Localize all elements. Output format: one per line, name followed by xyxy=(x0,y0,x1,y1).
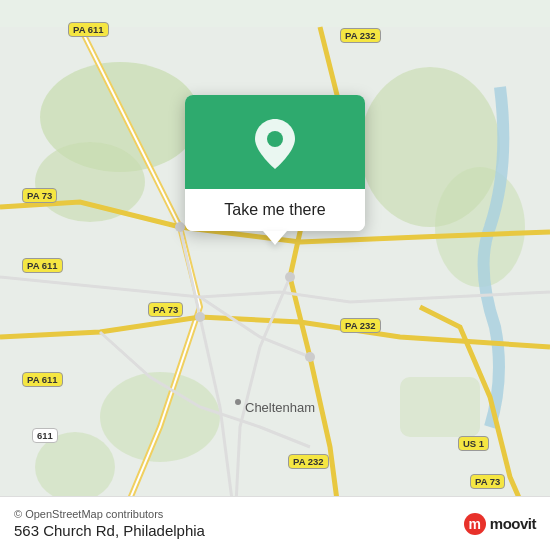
address-label: 563 Church Rd, Philadelphia xyxy=(14,522,205,539)
road-badge-pa611-mid: PA 611 xyxy=(22,258,63,273)
moovit-logo: m moovit xyxy=(464,513,536,535)
svg-point-10 xyxy=(285,272,295,282)
road-badge-pa73-mid: PA 73 xyxy=(148,302,183,317)
moovit-icon: m xyxy=(464,513,486,535)
map-container: Cheltenham PA 611 PA 232 PA 232 PA 73 PA… xyxy=(0,0,550,550)
road-badge-us1: US 1 xyxy=(458,436,489,451)
road-badge-611: 611 xyxy=(32,428,58,443)
svg-text:Cheltenham: Cheltenham xyxy=(245,400,315,415)
svg-point-14 xyxy=(267,131,283,147)
take-me-there-button[interactable]: Take me there xyxy=(185,189,365,231)
popup-tail xyxy=(263,231,287,245)
road-badge-pa611-lower: PA 611 xyxy=(22,372,63,387)
road-badge-pa611-top: PA 611 xyxy=(68,22,109,37)
svg-point-9 xyxy=(195,312,205,322)
moovit-text: moovit xyxy=(490,515,536,532)
location-pin-icon xyxy=(253,117,297,171)
road-badge-pa232-bottom: PA 232 xyxy=(288,454,329,469)
map-svg: Cheltenham xyxy=(0,0,550,550)
svg-point-8 xyxy=(175,222,185,232)
popup-card: Take me there xyxy=(185,95,365,231)
popup-green-header xyxy=(185,95,365,189)
svg-point-11 xyxy=(305,352,315,362)
road-badge-pa232-lower: PA 232 xyxy=(340,318,381,333)
svg-point-5 xyxy=(100,372,220,462)
svg-point-2 xyxy=(35,142,145,222)
svg-rect-7 xyxy=(400,377,480,437)
road-badge-pa73-left: PA 73 xyxy=(22,188,57,203)
road-badge-pa73-bottom: PA 73 xyxy=(470,474,505,489)
bottom-bar: © OpenStreetMap contributors 563 Church … xyxy=(0,496,550,550)
map-attribution: © OpenStreetMap contributors xyxy=(14,508,205,520)
svg-point-13 xyxy=(235,399,241,405)
road-badge-pa232-top: PA 232 xyxy=(340,28,381,43)
